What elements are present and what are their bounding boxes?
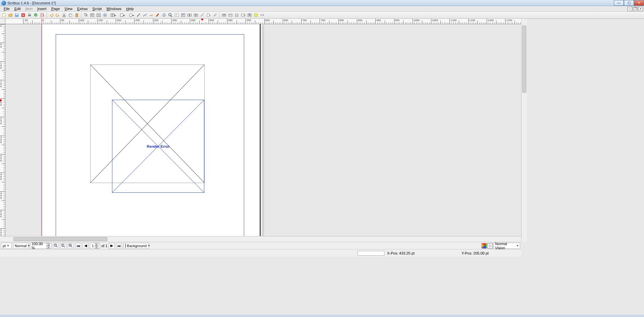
undo-icon <box>49 13 54 17</box>
svg-rect-38 <box>255 14 257 16</box>
window-title: Scribus 1.4.6 - [Document-1*] <box>7 1 56 5</box>
menu-file[interactable]: File <box>1 6 12 11</box>
ruler-origin[interactable] <box>0 19 5 24</box>
last-page-button[interactable]: ⏭ <box>116 243 122 249</box>
copy-button[interactable] <box>67 12 73 18</box>
scrollbar-vertical[interactable] <box>521 19 527 242</box>
cut-icon <box>62 13 66 17</box>
menu-script[interactable]: Script <box>90 6 104 11</box>
pdf-combo-button[interactable] <box>240 12 246 18</box>
maximize-button[interactable]: ▢ <box>624 0 634 6</box>
zoom-up[interactable]: ▴ <box>47 243 50 246</box>
redo-button[interactable] <box>55 12 61 18</box>
preview-toggle-icon[interactable] <box>487 243 493 248</box>
zoom-down[interactable]: ▾ <box>47 246 50 248</box>
next-page-button[interactable]: ▶ <box>109 243 115 249</box>
pdf-check-button[interactable] <box>234 12 240 18</box>
undo-button[interactable] <box>48 12 54 18</box>
eyedropper-button[interactable] <box>212 12 218 18</box>
table-button[interactable] <box>108 12 117 18</box>
line-button[interactable] <box>136 12 142 18</box>
viewmode-select[interactable]: Normal <box>13 243 29 249</box>
mdi-minimize[interactable]: – <box>628 7 632 11</box>
zoom-spinner[interactable]: 100.00 % ▴▾ <box>30 243 52 249</box>
page-down[interactable]: ▾ <box>95 246 98 248</box>
mdi-controls: – ❐ × <box>628 7 643 11</box>
scroll-thumb-h[interactable] <box>13 237 107 241</box>
first-page-button[interactable]: ⏮ <box>75 243 81 249</box>
calligraphic-button[interactable] <box>155 12 161 18</box>
svg-rect-14 <box>76 13 77 14</box>
unlink-frames-button[interactable] <box>193 12 199 18</box>
svg-line-23 <box>171 15 172 17</box>
layer-select[interactable]: Background <box>123 243 149 249</box>
close-button[interactable] <box>20 12 26 18</box>
pdf-text-button[interactable] <box>227 12 233 18</box>
paste-button[interactable] <box>74 12 80 18</box>
zoom-100-button[interactable]: 1 <box>60 243 66 249</box>
bezier-button[interactable] <box>142 12 148 18</box>
preflight-button[interactable] <box>33 12 39 18</box>
polygon-button[interactable] <box>126 12 135 18</box>
svg-rect-5 <box>29 13 31 15</box>
mdi-close[interactable]: × <box>638 7 643 11</box>
open-button[interactable] <box>7 12 13 18</box>
render-frame-icon <box>103 13 107 17</box>
zoom-out-button[interactable] <box>53 243 59 249</box>
copy-props-button[interactable] <box>206 12 212 18</box>
shape-button[interactable] <box>117 12 126 18</box>
cms-toggle-icon[interactable] <box>481 243 487 248</box>
pdf-annot-button[interactable] <box>253 12 259 18</box>
rotate-button[interactable] <box>161 12 167 18</box>
menu-help[interactable]: Help <box>124 6 136 11</box>
menu-insert[interactable]: Insert <box>35 6 49 11</box>
menu-page[interactable]: Page <box>49 6 62 11</box>
measure-button[interactable] <box>199 12 205 18</box>
zoom-button[interactable] <box>167 12 173 18</box>
pdf-button[interactable]: PDF <box>39 12 45 18</box>
cut-button[interactable] <box>61 12 67 18</box>
prev-page-button[interactable]: ◀ <box>83 243 89 249</box>
page-up[interactable]: ▴ <box>95 243 98 246</box>
menu-extras[interactable]: Extras <box>75 6 90 11</box>
scroll-thumb-v[interactable] <box>522 26 526 93</box>
render-frame-button[interactable] <box>102 12 108 18</box>
new-button[interactable] <box>1 12 7 18</box>
pdf-link-button[interactable] <box>259 12 265 18</box>
svg-text:A: A <box>176 14 177 16</box>
svg-rect-2 <box>16 14 18 15</box>
edit-text-button[interactable] <box>180 12 186 18</box>
image-frame-button[interactable] <box>96 12 102 18</box>
menu-windows[interactable]: Windows <box>104 6 124 11</box>
pdf-list-button[interactable] <box>247 12 253 18</box>
mdi-restore[interactable]: ❐ <box>633 7 638 11</box>
os-taskbar[interactable] <box>0 315 644 317</box>
vision-mode-select[interactable]: Normal Vision <box>493 243 520 249</box>
link-frames-button[interactable] <box>186 12 193 18</box>
save-button[interactable] <box>14 12 20 18</box>
pdf-button-button[interactable]: OK <box>221 12 227 18</box>
pdf-text-icon <box>228 13 233 17</box>
zoom-in-button[interactable] <box>68 243 74 249</box>
window-controls: — ▢ ✕ <box>614 0 644 6</box>
ruler-vertical[interactable]: 050100150200250300350400450500550 <box>0 24 5 236</box>
edit-contents-button[interactable]: A <box>174 12 180 18</box>
menu-view[interactable]: View <box>62 6 75 11</box>
select-button[interactable] <box>83 12 89 18</box>
scrollbar-horizontal[interactable] <box>0 236 521 242</box>
canvas[interactable]: Render Error <box>5 24 521 236</box>
freehand-button[interactable] <box>148 12 154 18</box>
close-button[interactable]: ✕ <box>634 0 644 6</box>
text-frame-button[interactable] <box>89 12 95 18</box>
ruler-horizontal[interactable]: -500501001502002503003504004505005506006… <box>0 19 521 24</box>
minimize-button[interactable]: — <box>614 0 624 6</box>
page-number-input[interactable]: 1 ▴▾ <box>90 243 100 249</box>
menubar: FileEditItemInsertPageViewExtrasScriptWi… <box>0 6 644 12</box>
print-button[interactable] <box>26 12 33 18</box>
menu-edit[interactable]: Edit <box>12 6 23 11</box>
paste-icon <box>74 13 79 17</box>
render-frame[interactable]: Render Error <box>112 100 204 193</box>
unit-select[interactable]: pt <box>1 243 12 249</box>
svg-rect-12 <box>70 14 72 17</box>
xpos-label: X-Pos: 433.25 pt <box>387 251 415 255</box>
